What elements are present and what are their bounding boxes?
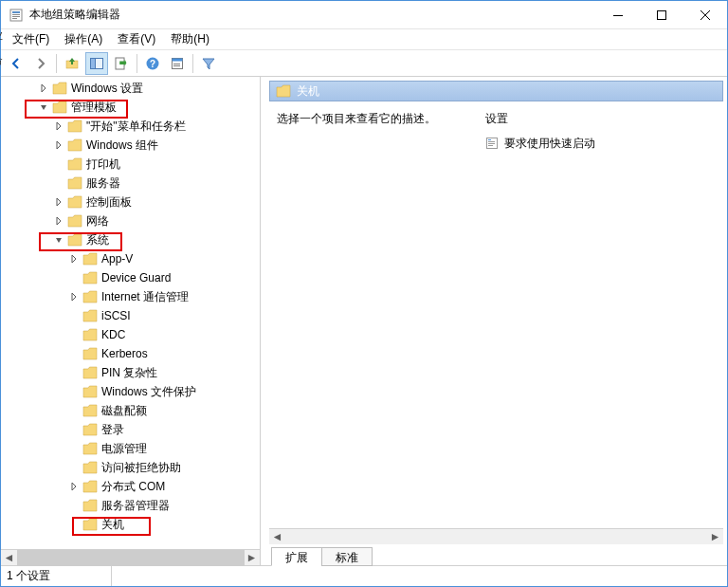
folder-icon — [82, 271, 98, 284]
tree-item-label: 网络 — [86, 211, 109, 230]
chevron-right-icon[interactable] — [54, 197, 67, 207]
folder-icon — [82, 423, 98, 436]
tree-item[interactable]: Windows 组件 — [1, 136, 260, 155]
tree-item-label: 控制面板 — [86, 193, 132, 211]
tree-item[interactable]: iSCSI — [1, 306, 260, 325]
properties-button[interactable] — [166, 52, 189, 75]
folder-icon — [52, 82, 67, 95]
show-hide-tree-button[interactable] — [85, 52, 108, 75]
export-button[interactable] — [110, 52, 133, 75]
folder-icon — [276, 84, 291, 98]
tree-item-label: 电源管理 — [101, 439, 147, 458]
scroll-left-arrow-icon[interactable]: ◄ — [269, 529, 285, 545]
tree-item[interactable]: Internet 通信管理 — [1, 287, 260, 306]
svg-rect-3 — [12, 16, 20, 17]
toolbar-separator — [192, 54, 193, 73]
chevron-right-icon[interactable] — [54, 121, 67, 131]
tree-item[interactable]: 打印机 — [1, 155, 260, 174]
chevron-right-icon[interactable] — [69, 254, 82, 264]
folder-icon — [67, 214, 82, 228]
tab-standard[interactable]: 标准 — [321, 547, 373, 566]
tree-item[interactable]: PIN 复杂性 — [1, 363, 260, 382]
settings-header[interactable]: 设置 — [485, 111, 716, 127]
forward-button[interactable] — [29, 52, 52, 75]
settings-column: 设置 要求使用快速启动 — [485, 111, 716, 528]
window-title: 本地组策略编辑器 — [29, 7, 596, 23]
chevron-right-icon[interactable] — [54, 216, 67, 226]
chevron-down-icon[interactable] — [39, 102, 52, 112]
tree-item[interactable]: 系统 — [1, 230, 260, 249]
tree-item[interactable]: 登录 — [1, 420, 260, 439]
setting-item[interactable]: 要求使用快速启动 — [485, 135, 716, 152]
tree-item-label: iSCSI — [101, 306, 131, 325]
scroll-right-arrow-icon[interactable]: ► — [244, 550, 260, 566]
tree-item[interactable]: 电源管理 — [1, 439, 260, 458]
tree-item-label: Internet 通信管理 — [101, 287, 189, 306]
tree-item[interactable]: 访问被拒绝协助 — [1, 458, 260, 477]
svg-rect-5 — [613, 15, 623, 16]
up-button[interactable] — [61, 52, 83, 75]
tree-item[interactable]: Windows 设置 — [1, 79, 260, 98]
setting-label: 要求使用快速启动 — [504, 136, 595, 152]
folder-icon — [67, 157, 82, 171]
tree-item[interactable]: "开始"菜单和任务栏 — [1, 117, 260, 136]
minimize-button[interactable] — [596, 1, 640, 28]
chevron-right-icon[interactable] — [69, 482, 82, 491]
tree-item-label: 磁盘配额 — [101, 401, 147, 420]
tree-item[interactable]: 服务器 — [1, 174, 260, 193]
menu-view[interactable]: 查看(V) — [110, 29, 163, 49]
tree-item[interactable]: 管理模板 — [1, 98, 260, 117]
back-button[interactable] — [5, 52, 27, 75]
menu-help[interactable]: 帮助(H) — [163, 29, 217, 49]
tree-item[interactable]: App-V — [1, 249, 260, 268]
tree-item-label: Windows 设置 — [71, 79, 143, 98]
tree-item-label: 关机 — [101, 515, 124, 534]
scroll-track[interactable] — [17, 550, 244, 566]
tree-viewport[interactable]: Windows 设置管理模板"开始"菜单和任务栏Windows 组件打印机服务器… — [1, 77, 260, 549]
scroll-right-arrow-icon[interactable]: ► — [707, 529, 723, 545]
policy-icon — [485, 137, 499, 150]
close-button[interactable] — [683, 1, 727, 28]
maximize-button[interactable] — [640, 1, 683, 28]
svg-rect-4 — [12, 18, 17, 19]
tree-item-label: 访问被拒绝协助 — [101, 458, 181, 477]
tree-item[interactable]: KDC — [1, 325, 260, 344]
scroll-left-arrow-icon[interactable]: ◄ — [1, 550, 17, 566]
tree-item[interactable]: 关机 — [1, 515, 260, 534]
filter-button[interactable] — [197, 52, 220, 75]
toolbar-separator — [136, 54, 137, 73]
tree-item-label: 分布式 COM — [101, 477, 165, 496]
folder-icon — [82, 480, 98, 493]
chevron-right-icon[interactable] — [54, 140, 67, 150]
tree-item[interactable]: 服务器管理器 — [1, 496, 260, 515]
details-horizontal-scrollbar[interactable]: ◄ ► — [269, 528, 723, 544]
tree-item[interactable]: 控制面板 — [1, 193, 260, 211]
svg-rect-1 — [12, 11, 20, 13]
tree-item-label: "开始"菜单和任务栏 — [86, 117, 186, 136]
help-button[interactable]: ? — [141, 52, 164, 75]
tree-item[interactable]: Kerberos — [1, 344, 260, 363]
tree-item-label: PIN 复杂性 — [101, 363, 157, 382]
folder-icon — [67, 119, 82, 133]
chevron-down-icon[interactable] — [54, 235, 67, 245]
menu-file[interactable]: 文件(F) — [5, 29, 57, 49]
folder-icon — [82, 366, 98, 379]
tree-item[interactable]: 网络 — [1, 211, 260, 230]
chevron-right-icon[interactable] — [39, 83, 52, 93]
tree-horizontal-scrollbar[interactable]: ◄ ► — [1, 549, 260, 565]
chevron-right-icon[interactable] — [69, 292, 82, 302]
tree-item[interactable]: 分布式 COM — [1, 477, 260, 496]
tree-item-label: Windows 组件 — [86, 136, 158, 155]
folder-icon — [67, 176, 82, 190]
tree-item-label: Kerberos — [101, 344, 148, 363]
tab-extended[interactable]: 扩展 — [271, 547, 322, 566]
folder-icon — [82, 385, 98, 398]
scroll-thumb[interactable] — [17, 550, 245, 566]
menu-action[interactable]: 操作(A) — [57, 29, 110, 49]
tree-item[interactable]: Windows 文件保护 — [1, 382, 260, 401]
statusbar-spacer — [111, 566, 727, 586]
tree-item[interactable]: Device Guard — [1, 268, 260, 287]
tree-item[interactable]: 磁盘配额 — [1, 401, 260, 420]
tree-item-label: App-V — [101, 249, 133, 268]
tree-item-label: 管理模板 — [71, 98, 117, 117]
